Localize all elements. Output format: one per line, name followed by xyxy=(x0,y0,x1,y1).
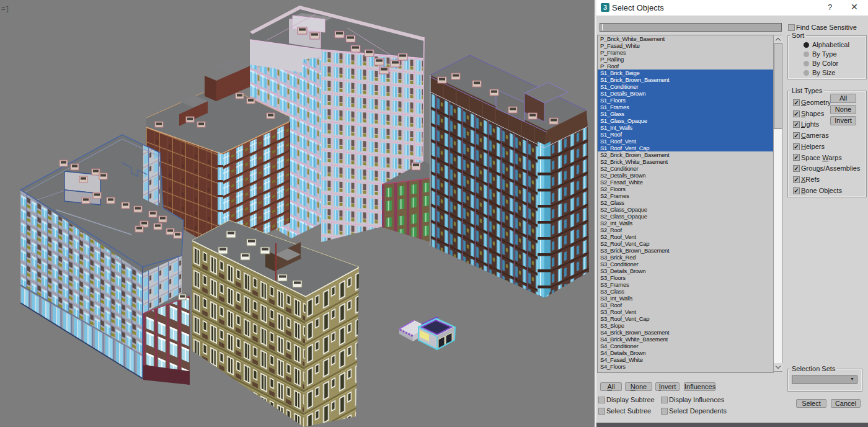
svg-text:=]: =] xyxy=(1,6,9,13)
